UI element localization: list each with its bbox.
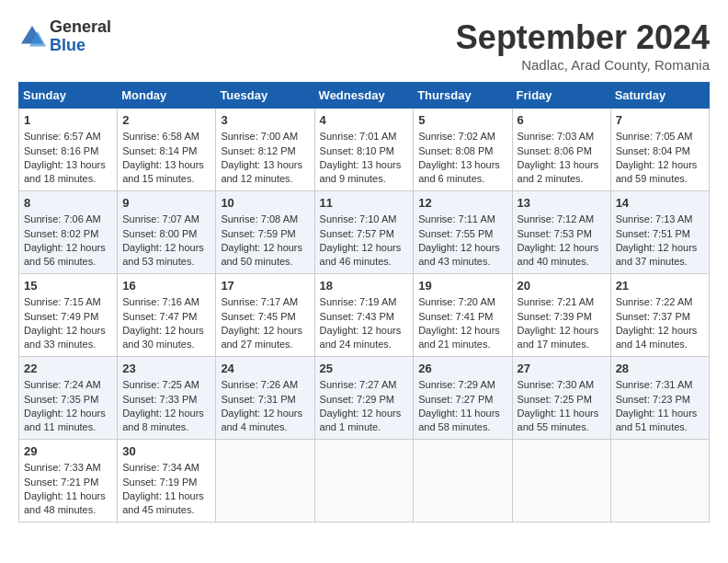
day-number: 2 [122, 112, 210, 129]
calendar-cell: 26Sunrise: 7:29 AMSunset: 7:27 PMDayligh… [414, 357, 512, 440]
calendar-cell: 7Sunrise: 7:05 AMSunset: 8:04 PMDaylight… [610, 109, 709, 191]
calendar-header-row: SundayMondayTuesdayWednesdayThursdayFrid… [19, 83, 710, 109]
daylight-text: Daylight: 12 hours and 56 minutes. [24, 241, 112, 270]
calendar-cell: 25Sunrise: 7:27 AMSunset: 7:29 PMDayligh… [314, 357, 414, 440]
calendar-cell: 2Sunrise: 6:58 AMSunset: 8:14 PMDaylight… [118, 109, 216, 191]
daylight-text: Daylight: 12 hours and 30 minutes. [122, 324, 210, 352]
calendar-cell: 11Sunrise: 7:10 AMSunset: 7:57 PMDayligh… [314, 191, 414, 274]
day-number: 5 [418, 112, 506, 129]
daylight-text: Daylight: 11 hours and 48 minutes. [24, 489, 112, 518]
sunset-text: Sunset: 7:23 PM [616, 393, 704, 407]
calendar-cell: 30Sunrise: 7:34 AMSunset: 7:19 PMDayligh… [118, 440, 216, 523]
calendar-cell [512, 440, 610, 523]
sunrise-text: Sunrise: 7:06 AM [24, 213, 112, 226]
sunset-text: Sunset: 7:31 PM [221, 393, 309, 407]
sunset-text: Sunset: 7:47 PM [122, 310, 210, 324]
calendar-cell [414, 440, 512, 523]
daylight-text: Daylight: 13 hours and 18 minutes. [24, 158, 112, 187]
daylight-text: Daylight: 12 hours and 17 minutes. [518, 324, 606, 352]
col-header-monday: Monday [118, 83, 216, 109]
day-number: 4 [320, 112, 409, 129]
calendar-week-row: 1Sunrise: 6:57 AMSunset: 8:16 PMDaylight… [19, 109, 710, 191]
daylight-text: Daylight: 12 hours and 14 minutes. [616, 324, 704, 352]
sunrise-text: Sunrise: 7:25 AM [122, 378, 210, 392]
sunset-text: Sunset: 7:33 PM [122, 393, 210, 407]
calendar-cell: 10Sunrise: 7:08 AMSunset: 7:59 PMDayligh… [216, 191, 314, 274]
calendar-cell: 29Sunrise: 7:33 AMSunset: 7:21 PMDayligh… [19, 440, 118, 523]
calendar-cell: 19Sunrise: 7:20 AMSunset: 7:41 PMDayligh… [414, 274, 512, 357]
sunset-text: Sunset: 7:57 PM [320, 227, 409, 241]
calendar-cell: 23Sunrise: 7:25 AMSunset: 7:33 PMDayligh… [118, 357, 216, 440]
col-header-saturday: Saturday [610, 83, 709, 109]
daylight-text: Daylight: 11 hours and 58 minutes. [418, 407, 506, 435]
calendar-cell: 20Sunrise: 7:21 AMSunset: 7:39 PMDayligh… [512, 274, 610, 357]
daylight-text: Daylight: 12 hours and 40 minutes. [518, 241, 606, 270]
sunrise-text: Sunrise: 7:17 AM [221, 295, 309, 309]
calendar-cell: 15Sunrise: 7:15 AMSunset: 7:49 PMDayligh… [19, 274, 118, 357]
calendar-cell: 4Sunrise: 7:01 AMSunset: 8:10 PMDaylight… [314, 109, 414, 191]
day-number: 30 [122, 443, 210, 460]
calendar-cell [216, 440, 314, 523]
daylight-text: Daylight: 12 hours and 27 minutes. [221, 324, 309, 352]
sunset-text: Sunset: 8:14 PM [122, 144, 210, 158]
logo-general: General [50, 17, 111, 36]
logo-icon [18, 23, 46, 51]
sunrise-text: Sunrise: 7:08 AM [221, 213, 309, 226]
calendar-cell: 18Sunrise: 7:19 AMSunset: 7:43 PMDayligh… [314, 274, 414, 357]
day-number: 21 [616, 278, 704, 294]
daylight-text: Daylight: 12 hours and 11 minutes. [24, 407, 112, 435]
day-number: 16 [122, 278, 210, 294]
sunrise-text: Sunrise: 7:03 AM [518, 130, 606, 144]
calendar-week-row: 22Sunrise: 7:24 AMSunset: 7:35 PMDayligh… [19, 357, 710, 440]
daylight-text: Daylight: 12 hours and 4 minutes. [221, 407, 309, 435]
sunset-text: Sunset: 7:37 PM [616, 310, 704, 324]
daylight-text: Daylight: 11 hours and 55 minutes. [518, 407, 606, 435]
sunrise-text: Sunrise: 7:31 AM [616, 378, 704, 392]
day-number: 15 [24, 278, 112, 294]
sunset-text: Sunset: 7:43 PM [320, 310, 409, 324]
day-number: 29 [24, 443, 112, 460]
day-number: 17 [221, 278, 309, 294]
day-number: 11 [320, 195, 409, 212]
day-number: 22 [24, 361, 112, 377]
sunset-text: Sunset: 8:00 PM [122, 227, 210, 241]
day-number: 27 [518, 361, 606, 377]
sunrise-text: Sunrise: 7:20 AM [418, 295, 506, 309]
sunset-text: Sunset: 7:45 PM [221, 310, 309, 324]
sunrise-text: Sunrise: 7:16 AM [122, 295, 210, 309]
day-number: 20 [518, 278, 606, 294]
sunrise-text: Sunrise: 7:33 AM [24, 461, 112, 475]
title-block: September 2024 Nadlac, Arad County, Roma… [456, 18, 710, 73]
sunset-text: Sunset: 8:02 PM [24, 227, 112, 241]
sunset-text: Sunset: 8:12 PM [221, 144, 309, 158]
location: Nadlac, Arad County, Romania [456, 57, 710, 73]
daylight-text: Daylight: 12 hours and 37 minutes. [616, 241, 704, 270]
sunset-text: Sunset: 7:25 PM [518, 393, 606, 407]
sunrise-text: Sunrise: 7:12 AM [518, 213, 606, 226]
daylight-text: Daylight: 12 hours and 50 minutes. [221, 241, 309, 270]
sunset-text: Sunset: 7:19 PM [122, 476, 210, 489]
daylight-text: Daylight: 13 hours and 2 minutes. [518, 158, 606, 187]
day-number: 19 [418, 278, 506, 294]
daylight-text: Daylight: 12 hours and 46 minutes. [320, 241, 409, 270]
sunrise-text: Sunrise: 7:10 AM [320, 213, 409, 226]
calendar-cell: 6Sunrise: 7:03 AMSunset: 8:06 PMDaylight… [512, 109, 610, 191]
calendar-cell: 16Sunrise: 7:16 AMSunset: 7:47 PMDayligh… [118, 274, 216, 357]
sunset-text: Sunset: 7:53 PM [518, 227, 606, 241]
day-number: 12 [418, 195, 506, 212]
month-title: September 2024 [456, 18, 710, 57]
calendar-cell: 22Sunrise: 7:24 AMSunset: 7:35 PMDayligh… [19, 357, 118, 440]
sunset-text: Sunset: 7:29 PM [320, 393, 409, 407]
day-number: 23 [122, 361, 210, 377]
page-header: General Blue September 2024 Nadlac, Arad… [18, 18, 710, 73]
sunrise-text: Sunrise: 7:30 AM [518, 378, 606, 392]
sunrise-text: Sunrise: 6:58 AM [122, 130, 210, 144]
col-header-friday: Friday [512, 83, 610, 109]
day-number: 1 [24, 112, 112, 129]
sunset-text: Sunset: 8:06 PM [518, 144, 606, 158]
sunset-text: Sunset: 7:49 PM [24, 310, 112, 324]
day-number: 25 [320, 361, 409, 377]
sunset-text: Sunset: 8:08 PM [418, 144, 506, 158]
sunrise-text: Sunrise: 7:24 AM [24, 378, 112, 392]
day-number: 7 [616, 112, 704, 129]
